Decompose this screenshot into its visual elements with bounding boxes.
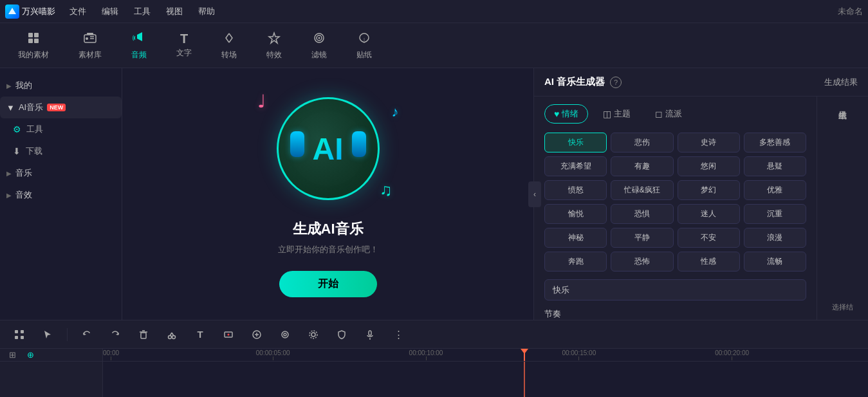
svg-rect-1 bbox=[28, 33, 33, 37]
tag-interesting[interactable]: 有趣 bbox=[611, 156, 673, 176]
toolbar-transition[interactable]: 转场 bbox=[216, 28, 242, 63]
ruler-mark-4: 00:00:20:00 bbox=[715, 349, 749, 360]
collapse-button[interactable]: ‹ bbox=[528, 181, 541, 207]
menu-view[interactable]: 视图 bbox=[160, 3, 189, 20]
tag-horror[interactable]: 恐惧 bbox=[611, 204, 673, 224]
panel-left-content: ♥ 情绪 ◫ 主题 ◻ 流派 快乐 悲伤 史诗 bbox=[534, 97, 817, 320]
track-link-icon[interactable]: ⊕ bbox=[23, 349, 37, 362]
tool-undo[interactable] bbox=[78, 326, 96, 344]
tag-joyful[interactable]: 愉悦 bbox=[544, 204, 607, 224]
tools-icon: ⚙ bbox=[13, 124, 21, 134]
tag-epic[interactable]: 史诗 bbox=[678, 133, 740, 152]
svg-rect-15 bbox=[21, 330, 24, 333]
tag-crazy[interactable]: 忙碌&疯狂 bbox=[611, 180, 673, 200]
toolbar-material-lib[interactable]: 素材库 bbox=[73, 28, 107, 63]
tag-charming[interactable]: 迷人 bbox=[678, 204, 740, 224]
tool-select[interactable] bbox=[39, 326, 57, 344]
toolbar-text[interactable]: T 文字 bbox=[171, 30, 197, 61]
sidebar-item-sound[interactable]: ▶ 音效 bbox=[0, 184, 122, 206]
track-icon-1[interactable]: ⊞ bbox=[5, 349, 19, 362]
menu-bar: 万兴喵影 文件 编辑 工具 视图 帮助 未命名 bbox=[0, 0, 868, 23]
tag-heavy[interactable]: 沉重 bbox=[744, 204, 806, 224]
sidebar-item-music[interactable]: ▶ 音乐 bbox=[0, 162, 122, 184]
mood-text-input[interactable] bbox=[544, 279, 806, 300]
tag-hopeful[interactable]: 充满希望 bbox=[544, 156, 607, 176]
tag-sad[interactable]: 悲伤 bbox=[611, 133, 673, 152]
tag-leisure[interactable]: 悠闲 bbox=[678, 156, 740, 176]
sidebar-sub-download[interactable]: ⬇ 下载 bbox=[0, 140, 122, 162]
tool-shield[interactable] bbox=[333, 326, 351, 344]
tag-angry[interactable]: 愤怒 bbox=[544, 180, 607, 200]
menu-tools[interactable]: 工具 bbox=[127, 3, 157, 20]
svg-rect-17 bbox=[21, 336, 24, 339]
tool-grid[interactable] bbox=[10, 326, 28, 344]
toolbar-effects-label: 特效 bbox=[266, 50, 282, 60]
tag-elegant[interactable]: 优雅 bbox=[744, 180, 806, 200]
sidebar-item-my[interactable]: ▶ 我的 bbox=[0, 75, 122, 97]
tool-mic[interactable] bbox=[361, 326, 379, 344]
ruler-mark-1: 00:00:05:00 bbox=[256, 349, 290, 360]
center-start-button[interactable]: 开始 bbox=[279, 271, 377, 297]
ai-headphone: AI bbox=[277, 97, 380, 200]
tab-genre[interactable]: ◻ 流派 bbox=[645, 104, 692, 124]
toolbar-audio[interactable]: 音频 bbox=[126, 28, 152, 63]
tag-scary[interactable]: 恐怖 bbox=[611, 252, 673, 272]
sidebar-sub-tools[interactable]: ⚙ 工具 bbox=[0, 118, 122, 140]
playhead[interactable] bbox=[524, 349, 525, 361]
tag-mysterious[interactable]: 神秘 bbox=[544, 228, 607, 248]
tab-mood-label: 情绪 bbox=[562, 108, 578, 120]
toolbar-effects[interactable]: 特效 bbox=[261, 28, 287, 63]
result-label-top: 生成结果 bbox=[824, 77, 858, 88]
sidebar-sound-label: 音效 bbox=[15, 189, 32, 201]
tag-running[interactable]: 奔跑 bbox=[544, 252, 607, 272]
toolbar-sticker[interactable]: 贴纸 bbox=[351, 28, 377, 63]
tag-smooth[interactable]: 流畅 bbox=[744, 252, 806, 272]
menu-file[interactable]: 文件 bbox=[63, 3, 93, 20]
arrow-icon-music: ▶ bbox=[6, 170, 12, 177]
audio-icon bbox=[132, 31, 146, 47]
tool-redo[interactable] bbox=[106, 326, 124, 344]
tool-circle[interactable] bbox=[276, 326, 294, 344]
tag-romantic[interactable]: 浪漫 bbox=[744, 228, 806, 248]
tag-uneasy[interactable]: 不安 bbox=[678, 228, 740, 248]
tag-sexy[interactable]: 性感 bbox=[678, 252, 740, 272]
track-label-row-1: ⊞ ⊕ bbox=[0, 349, 102, 362]
toolbar-my-material[interactable]: 我的素材 bbox=[13, 28, 54, 63]
timeline-area: 00:00 00:00:05:00 00:00:10:00 00:00:15:0… bbox=[103, 349, 868, 397]
sidebar-music-label: 音乐 bbox=[15, 167, 32, 179]
tab-theme[interactable]: ◫ 主题 bbox=[593, 104, 640, 124]
panel-header: AI 音乐生成器 ? 生成结果 bbox=[534, 68, 868, 97]
timeline-ruler: 00:00 00:00:05:00 00:00:10:00 00:00:15:0… bbox=[103, 349, 868, 362]
tag-melancholy[interactable]: 多愁善感 bbox=[744, 133, 806, 152]
project-title: 未命名 bbox=[838, 6, 863, 17]
tool-more[interactable]: ⋮ bbox=[389, 326, 407, 344]
heart-icon: ♥ bbox=[554, 109, 559, 119]
my-material-icon bbox=[26, 31, 41, 47]
menu-edit[interactable]: 编辑 bbox=[95, 3, 125, 20]
menu-help[interactable]: 帮助 bbox=[192, 3, 221, 20]
tool-settings[interactable] bbox=[304, 326, 322, 344]
toolbar-filter[interactable]: 滤镜 bbox=[306, 28, 332, 63]
ruler-mark-3: 00:00:15:00 bbox=[562, 349, 596, 360]
tab-mood[interactable]: ♥ 情绪 bbox=[544, 104, 588, 124]
tag-dreamy[interactable]: 梦幻 bbox=[678, 180, 740, 200]
tag-mysterious2[interactable]: 悬疑 bbox=[744, 156, 806, 176]
new-badge: NEW bbox=[47, 104, 66, 111]
svg-rect-2 bbox=[34, 33, 39, 37]
help-icon[interactable]: ? bbox=[610, 77, 622, 88]
tool-cut[interactable] bbox=[163, 326, 181, 344]
svg-rect-9 bbox=[87, 33, 93, 35]
sidebar-item-ai-music[interactable]: ▼ AI音乐 NEW bbox=[0, 97, 122, 118]
playhead-line bbox=[524, 362, 525, 397]
tool-text[interactable]: T bbox=[191, 326, 209, 344]
svg-marker-0 bbox=[8, 8, 16, 14]
tool-delete[interactable] bbox=[134, 326, 152, 344]
svg-rect-16 bbox=[15, 336, 18, 339]
tool-add[interactable] bbox=[248, 326, 266, 344]
material-lib-icon bbox=[83, 31, 97, 47]
tag-calm[interactable]: 平静 bbox=[611, 228, 673, 248]
ruler-mark-2: 00:00:10:00 bbox=[409, 349, 443, 360]
tag-happy[interactable]: 快乐 bbox=[544, 133, 607, 152]
tool-rect[interactable] bbox=[219, 326, 237, 344]
left-sidebar: ▶ 我的 ▼ AI音乐 NEW ⚙ 工具 ⬇ 下载 ▶ 音乐 ▶ 音效 bbox=[0, 68, 122, 320]
